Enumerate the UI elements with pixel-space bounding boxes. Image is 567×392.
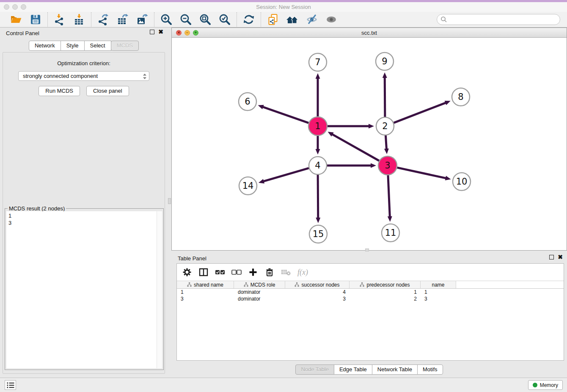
deselect-all-icon[interactable] (231, 267, 242, 277)
float-panel-icon[interactable] (549, 255, 554, 259)
tab-style[interactable]: Style (61, 41, 85, 51)
export-network-icon[interactable] (97, 13, 110, 26)
show-all-icon[interactable] (325, 13, 338, 26)
tab-node-table[interactable]: Node Table (295, 364, 334, 375)
gear-icon[interactable] (182, 267, 192, 277)
zoom-selected-icon[interactable] (218, 13, 231, 26)
select-all-icon[interactable] (215, 267, 225, 277)
edge-3-10[interactable] (397, 168, 446, 178)
table-rows: 1dominator4113dominator323 (177, 289, 564, 302)
tab-edge-table[interactable]: Edge Table (334, 364, 372, 375)
network-canvas[interactable]: 7968124314101511 (172, 38, 567, 250)
tab-mcds[interactable]: MCDS (111, 41, 139, 51)
column-header-name[interactable]: name (421, 281, 456, 288)
table-row[interactable]: 3dominator323 (177, 295, 564, 302)
float-panel-icon[interactable] (150, 30, 154, 34)
edge-2-9[interactable] (385, 77, 385, 117)
export-table-icon[interactable] (116, 13, 129, 26)
delete-column-icon[interactable] (264, 267, 275, 277)
edge-2-8[interactable] (394, 102, 446, 123)
arrowhead-4-14 (259, 179, 264, 184)
import-table-icon[interactable] (73, 13, 85, 26)
node-label-4: 4 (315, 160, 320, 171)
tab-select[interactable]: Select (84, 41, 111, 51)
table-cell[interactable]: dominator (234, 289, 285, 295)
status-bar: Memory (0, 378, 567, 392)
zoom-in-icon[interactable] (160, 13, 173, 26)
splitter-grip[interactable] (168, 198, 171, 204)
table-cell[interactable]: 4 (285, 289, 350, 295)
close-panel-icon[interactable]: ✖ (558, 255, 563, 259)
tab-network-table[interactable]: Network Table (372, 364, 418, 375)
table-cell[interactable]: 3 (177, 295, 234, 302)
table-cell[interactable]: 1 (421, 289, 456, 295)
table-row[interactable]: 1dominator411 (177, 289, 564, 295)
node-label-9: 9 (382, 56, 387, 66)
node-table: f(x) shared nameMCDS rolesuccessor nodes… (176, 263, 564, 361)
control-panel-tabs: NetworkStyleSelectMCDS (0, 41, 168, 51)
column-header-shared-name[interactable]: shared name (177, 281, 234, 288)
arrowhead-2-9 (383, 72, 387, 78)
first-neighbors-icon[interactable] (286, 13, 299, 26)
criterion-value: strongly connected component (23, 73, 98, 79)
hierarchy-icon (360, 282, 364, 287)
column-header-MCDS-role[interactable]: MCDS role (234, 281, 285, 288)
vertical-splitter[interactable] (168, 28, 171, 378)
table-cell[interactable]: 1 (177, 289, 234, 295)
edge-2-3[interactable] (385, 135, 386, 149)
search-input[interactable] (437, 14, 560, 25)
network-window-titlebar[interactable]: ✕ − + scc.txt (172, 28, 567, 38)
close-panel-icon[interactable]: ✖ (158, 30, 163, 34)
column-header-predecessor-nodes[interactable]: predecessor nodes (350, 281, 421, 288)
table-cell[interactable]: 1 (350, 289, 421, 295)
edge-3-11[interactable] (388, 175, 390, 217)
edge-4-15[interactable] (318, 175, 318, 218)
arrowhead-4-3 (371, 163, 376, 168)
mcds-result-title: MCDS result (2 nodes) (8, 205, 66, 212)
tab-motifs[interactable]: Motifs (417, 364, 443, 375)
close-panel-button[interactable]: Close panel (86, 86, 129, 96)
node-label-8: 8 (458, 92, 463, 102)
result-scrollbar[interactable] (157, 211, 162, 368)
table-tabs: Node TableEdge TableNetwork TableMotifs (171, 364, 567, 375)
zoom-out-icon[interactable] (179, 13, 192, 26)
hierarchy-icon (187, 282, 192, 287)
arrowhead-2-3 (384, 149, 389, 154)
column-label: predecessor nodes (366, 282, 410, 288)
split-panel-icon[interactable] (198, 267, 209, 277)
export-image-icon[interactable] (136, 13, 149, 26)
run-mcds-button[interactable]: Run MCDS (39, 86, 80, 96)
task-history-button[interactable] (5, 380, 16, 390)
control-panel-title: Control Panel (6, 30, 39, 36)
open-file-icon[interactable] (10, 13, 22, 26)
node-label-14: 14 (242, 181, 254, 191)
table-cell[interactable]: dominator (234, 295, 285, 302)
import-network-icon[interactable] (53, 13, 66, 26)
edge-1-6[interactable] (262, 107, 308, 123)
function-builder-icon: f(x) (297, 268, 308, 277)
tab-network[interactable]: Network (29, 41, 61, 51)
main-toolbar (0, 12, 567, 28)
search-field (437, 14, 560, 25)
column-header-successor-nodes[interactable]: successor nodes (285, 281, 350, 288)
clone-network-icon[interactable] (267, 13, 279, 26)
table-cell[interactable]: 3 (285, 295, 350, 302)
column-label: MCDS role (250, 282, 275, 288)
save-session-icon[interactable] (29, 13, 42, 26)
table-cell[interactable]: 2 (350, 295, 421, 302)
arrowhead-2-8 (445, 101, 451, 105)
arrowhead-3-11 (388, 216, 392, 222)
mcds-result-text[interactable]: 1 3 (6, 211, 157, 368)
edge-3-1[interactable] (332, 134, 379, 161)
criterion-dropdown[interactable]: strongly connected component (18, 71, 149, 81)
hide-selected-icon[interactable] (306, 13, 318, 26)
arrowhead-3-10 (445, 176, 451, 180)
hierarchy-icon (295, 282, 299, 287)
zoom-fit-icon[interactable] (199, 13, 212, 26)
table-cell[interactable]: 3 (421, 295, 456, 302)
add-column-icon[interactable] (248, 267, 258, 277)
refresh-icon[interactable] (242, 13, 255, 26)
memory-button[interactable]: Memory (528, 380, 563, 390)
horizontal-splitter-grip[interactable] (365, 248, 369, 251)
edge-4-14[interactable] (263, 168, 309, 182)
